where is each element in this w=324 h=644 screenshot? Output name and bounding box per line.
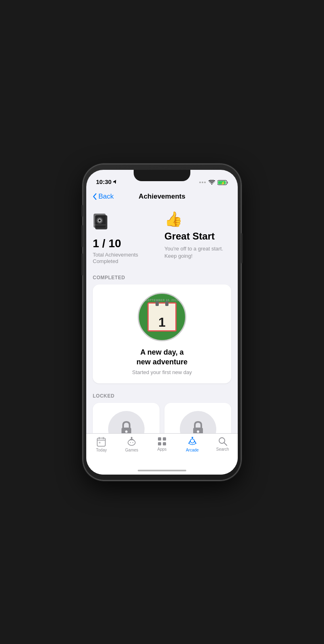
svg-rect-5 (227, 182, 228, 184)
svg-point-3 (204, 182, 206, 183)
svg-rect-13 (94, 225, 106, 225)
svg-point-32 (190, 439, 194, 443)
tab-today[interactable]: Today (90, 437, 113, 452)
calendar-circle: 1 SEPTEMBER 16, 2019 (138, 293, 186, 341)
back-chevron-icon (93, 193, 97, 200)
today-tab-label: Today (96, 448, 107, 452)
games-tab-label: Games (125, 448, 138, 452)
calendar-badge: 1 SEPTEMBER 16, 2019 (138, 293, 186, 341)
svg-rect-22 (99, 442, 100, 443)
power-button (241, 233, 243, 263)
back-button[interactable]: Back (93, 193, 114, 201)
svg-point-27 (132, 442, 133, 443)
completed-achievement-title: A new day, anew adventure (136, 348, 188, 367)
svg-point-23 (128, 440, 135, 445)
completed-achievement-desc: Started your first new day (132, 369, 192, 375)
svg-point-1 (199, 182, 201, 183)
svg-line-36 (194, 441, 196, 443)
completed-section-header: COMPLETED (93, 275, 231, 280)
apps-tab-icon (158, 437, 166, 446)
svg-line-35 (189, 441, 190, 443)
svg-point-25 (131, 437, 132, 439)
phone-screen: 10:30 (86, 170, 238, 475)
main-content: 1 / 10 Total AchievementsCompleted 👍 Gre… (86, 205, 238, 433)
tab-search[interactable]: Search (211, 437, 234, 451)
locked-achievement-card-2[interactable]: You've got theneed for speed Beat the Ra… (164, 403, 231, 433)
wifi-icon (209, 180, 215, 185)
location-icon (113, 180, 117, 184)
apps-tab-label: Apps (158, 447, 167, 451)
svg-rect-29 (163, 437, 166, 441)
achievements-stack-icon (93, 212, 160, 233)
completed-achievement-card[interactable]: 1 SEPTEMBER 16, 2019 A new day, anew adv… (93, 285, 231, 383)
achievement-count-stat: 1 / 10 Total AchievementsCompleted (93, 212, 160, 265)
page-title: Achievements (139, 193, 185, 201)
svg-point-34 (192, 437, 193, 438)
achievement-number: 1 / 10 (93, 237, 160, 250)
great-start-stat: 👍 Great Start You're off to a great star… (164, 212, 231, 265)
calendar-rings (156, 301, 168, 306)
today-tab-icon (97, 437, 106, 447)
lock-icon-1 (119, 420, 134, 433)
time-display: 10:30 (96, 178, 111, 185)
locked-achievement-card-1[interactable]: Out-golf theGolf Pro Beat the Golf Pro a… (93, 403, 160, 433)
phone-frame: 10:30 (83, 164, 241, 480)
calendar-ring-right (165, 301, 168, 306)
lock-circle-1 (108, 411, 145, 433)
locked-section-header: LOCKED (93, 393, 231, 399)
battery-icon: ⚡ (217, 180, 228, 185)
arcade-tab-icon (188, 437, 197, 447)
calendar-date-arc: SEPTEMBER 16, 2019 (145, 299, 178, 302)
svg-rect-28 (158, 437, 161, 441)
back-label: Back (98, 193, 114, 201)
games-tab-icon (127, 437, 136, 447)
home-indicator (86, 466, 238, 475)
tab-arcade[interactable]: Arcade (181, 437, 203, 452)
svg-point-12 (99, 219, 101, 221)
home-bar (138, 470, 186, 471)
calendar-ring-left (156, 301, 159, 306)
stacked-cards-icon (93, 212, 111, 231)
stats-row: 1 / 10 Total AchievementsCompleted 👍 Gre… (93, 212, 231, 265)
status-right-icons: ⚡ (199, 180, 228, 185)
svg-text:⚡: ⚡ (221, 181, 226, 185)
silent-button (81, 205, 83, 217)
svg-point-26 (130, 442, 131, 443)
volume-down-button (81, 253, 83, 276)
achievement-label: Total AchievementsCompleted (93, 252, 160, 265)
svg-marker-0 (113, 180, 117, 184)
tab-games[interactable]: Games (121, 437, 143, 452)
arcade-tab-label: Arcade (186, 448, 199, 452)
signal-dots-icon (199, 181, 206, 184)
svg-line-38 (224, 443, 227, 445)
great-start-desc: You're off to a great start.Keep going! (164, 245, 231, 260)
svg-point-2 (202, 182, 203, 183)
tab-bar: Today Games (86, 433, 238, 466)
svg-rect-30 (158, 442, 161, 445)
notch (134, 170, 190, 181)
great-start-title: Great Start (164, 231, 231, 242)
navigation-bar: Back Achievements (86, 188, 238, 205)
tab-apps[interactable]: Apps (151, 437, 173, 451)
locked-achievements-grid: Out-golf theGolf Pro Beat the Golf Pro a… (93, 403, 231, 433)
svg-point-17 (197, 430, 199, 433)
lock-circle-2 (180, 411, 216, 433)
calendar-day-number: 1 (158, 316, 166, 329)
volume-up-button (81, 225, 83, 247)
search-tab-label: Search (216, 447, 229, 451)
lock-icon-2 (191, 420, 205, 433)
svg-rect-31 (163, 442, 166, 445)
calendar-inner: 1 (147, 302, 177, 332)
status-time: 10:30 (96, 178, 117, 185)
thumbs-up-icon: 👍 (164, 212, 231, 227)
svg-rect-18 (97, 438, 105, 446)
svg-point-15 (125, 430, 128, 433)
search-tab-icon (218, 437, 227, 446)
